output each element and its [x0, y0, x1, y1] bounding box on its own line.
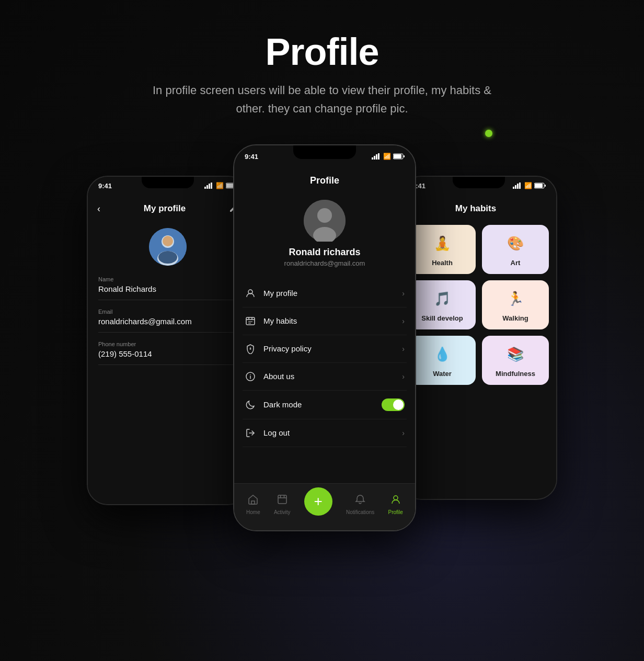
right-status-icons: 📶 — [513, 182, 546, 189]
svg-rect-17 — [394, 154, 401, 158]
menu-item-privacy-policy[interactable]: Privacy policy › — [243, 335, 407, 363]
svg-rect-1 — [206, 185, 208, 189]
mindfulness-label: Mindfulness — [496, 370, 535, 378]
activity-icon — [277, 494, 288, 508]
user-avatar[interactable] — [149, 228, 187, 266]
email-label: Email — [98, 309, 237, 315]
name-value: Ronald Richards — [98, 284, 237, 293]
svg-point-40 — [394, 496, 398, 500]
center-phone-screen: 9:41 📶 — [234, 145, 415, 530]
center-phone-notch — [293, 145, 356, 159]
left-phone-notch — [142, 177, 194, 188]
left-phone-screen: 9:41 📶 — [88, 177, 248, 504]
my-habits-icon — [245, 315, 256, 327]
svg-rect-44 — [519, 183, 521, 189]
phone-field-group: Phone number (219) 555-0114 — [98, 341, 237, 365]
nav-home[interactable]: Home — [246, 494, 260, 515]
menu-item-log-out[interactable]: Log out › — [243, 419, 407, 447]
svg-point-10 — [163, 236, 173, 246]
svg-rect-14 — [376, 154, 377, 159]
my-profile-title: My profile — [144, 203, 186, 214]
svg-rect-13 — [374, 156, 375, 159]
skill-develop-label: Skill develop — [421, 314, 463, 322]
svg-text:🎨: 🎨 — [507, 235, 524, 251]
walking-label: Walking — [502, 314, 528, 322]
bottom-nav: Home Activity + — [234, 483, 415, 530]
menu-item-my-habits[interactable]: My habits › — [243, 307, 407, 335]
art-label: Art — [511, 259, 521, 267]
dark-mode-toggle[interactable] — [382, 398, 405, 411]
habits-grid: 🧘 Health 🎨 Art — [401, 220, 556, 390]
svg-rect-35 — [251, 501, 255, 504]
svg-rect-23 — [246, 317, 255, 325]
about-us-label: About us — [263, 372, 294, 381]
page-subtitle: In profile screen users will be able to … — [139, 81, 505, 118]
back-button[interactable]: ‹ — [97, 203, 100, 214]
menu-item-my-profile[interactable]: My profile › — [243, 280, 407, 307]
log-out-icon — [245, 427, 256, 439]
phone-value: (219) 555-0114 — [98, 349, 237, 358]
nav-activity[interactable]: Activity — [274, 494, 291, 515]
my-habits-header: ‹ My habits — [401, 196, 556, 220]
svg-rect-42 — [515, 185, 516, 189]
phone-label: Phone number — [98, 341, 237, 347]
page-title: Profile — [0, 31, 644, 73]
right-phone-notch — [453, 177, 505, 188]
signal-icon — [204, 183, 214, 189]
menu-item-dark-mode[interactable]: Dark mode — [243, 391, 407, 419]
add-button[interactable]: + — [304, 487, 332, 516]
toggle-thumb — [393, 400, 404, 410]
center-user-avatar[interactable] — [304, 200, 346, 242]
svg-rect-43 — [517, 184, 519, 189]
center-status-icons: 📶 — [372, 153, 405, 160]
activity-label: Activity — [274, 509, 291, 515]
profile-nav-label: Profile — [388, 509, 403, 515]
my-profile-header: ‹ My profile — [88, 196, 248, 220]
water-icon: 💧 — [434, 345, 451, 366]
center-user-name: Ronald richards — [289, 247, 360, 258]
privacy-policy-label: Privacy policy — [263, 344, 312, 353]
skill-develop-icon: 🎵 — [434, 290, 451, 310]
svg-rect-2 — [209, 184, 210, 189]
left-phone: 9:41 📶 — [87, 176, 249, 505]
my-profile-icon — [245, 288, 256, 299]
nav-add[interactable]: + — [304, 493, 332, 516]
log-out-arrow: › — [402, 429, 405, 437]
center-wifi-icon: 📶 — [383, 153, 391, 160]
center-user-email: ronaldrichards@gmail.com — [284, 259, 365, 267]
svg-text:🎵: 🎵 — [434, 290, 451, 306]
habit-card-skill-develop[interactable]: 🎵 Skill develop — [409, 280, 476, 329]
menu-item-about-us[interactable]: About us › — [243, 363, 407, 391]
health-icon: 🧘 — [434, 234, 451, 255]
center-phone: 9:41 📶 — [233, 144, 416, 531]
habit-card-walking[interactable]: 🏃 Walking — [482, 280, 549, 329]
center-status-time: 9:41 — [245, 153, 258, 161]
svg-rect-18 — [404, 155, 405, 157]
wifi-icon: 📶 — [216, 182, 224, 189]
my-habits-arrow: › — [402, 317, 405, 325]
nav-profile[interactable]: Profile — [388, 494, 403, 515]
about-us-icon — [245, 371, 256, 382]
profile-page-title: Profile — [234, 168, 415, 195]
svg-rect-12 — [372, 157, 373, 159]
habit-card-water[interactable]: 💧 Water — [409, 336, 476, 385]
nav-notifications[interactable]: Notifications — [346, 494, 374, 515]
my-habits-title: My habits — [419, 203, 532, 214]
habit-card-art[interactable]: 🎨 Art — [482, 225, 549, 274]
right-phone-screen: 9:41 📶 — [401, 177, 556, 499]
habit-card-mindfulness[interactable]: 📚 Mindfulness — [482, 336, 549, 385]
habit-card-health[interactable]: 🧘 Health — [409, 225, 476, 274]
right-wifi-icon: 📶 — [524, 182, 532, 189]
home-label: Home — [246, 509, 260, 515]
profile-fields: Name Ronald Richards Email ronaldrichard… — [88, 271, 248, 379]
dark-mode-icon — [245, 399, 256, 411]
svg-rect-41 — [513, 187, 514, 189]
mindfulness-icon: 📚 — [507, 345, 524, 366]
svg-rect-36 — [278, 495, 286, 504]
notifications-icon — [354, 494, 366, 508]
privacy-policy-arrow: › — [402, 345, 405, 353]
svg-point-29 — [250, 348, 251, 349]
home-icon — [247, 494, 259, 508]
my-habits-label: My habits — [263, 316, 297, 325]
svg-rect-0 — [204, 187, 206, 189]
